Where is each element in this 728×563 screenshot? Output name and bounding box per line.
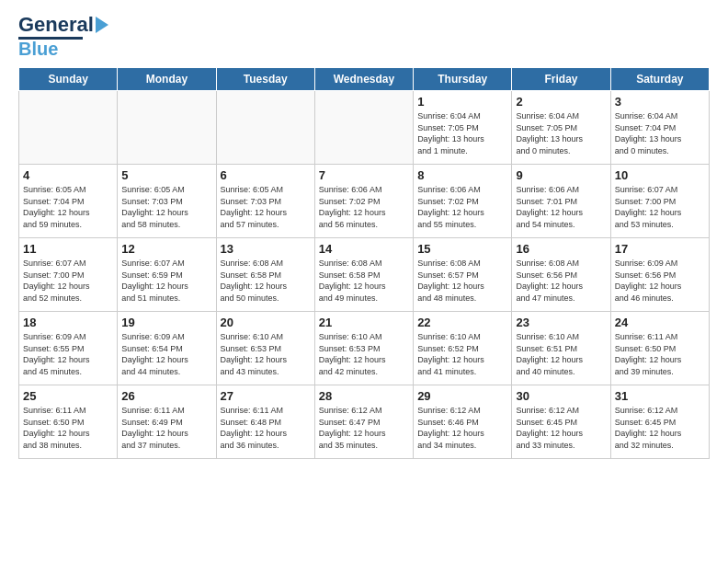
day-number: 15 [417,242,507,256]
day-info: Sunrise: 6:12 AM Sunset: 6:47 PM Dayligh… [319,405,409,451]
week-row-3: 18Sunrise: 6:09 AM Sunset: 6:55 PM Dayli… [19,312,710,385]
calendar-cell: 23Sunrise: 6:10 AM Sunset: 6:51 PM Dayli… [512,312,610,385]
logo-blue: Blue [18,40,58,58]
day-number: 4 [23,168,113,182]
weekday-monday: Monday [118,68,216,91]
calendar-cell: 28Sunrise: 6:12 AM Sunset: 6:47 PM Dayli… [314,385,413,459]
calendar-cell: 21Sunrise: 6:10 AM Sunset: 6:53 PM Dayli… [314,312,413,385]
calendar-cell: 16Sunrise: 6:08 AM Sunset: 6:56 PM Dayli… [512,238,610,312]
day-info: Sunrise: 6:12 AM Sunset: 6:45 PM Dayligh… [615,405,705,451]
week-row-0: 1Sunrise: 6:04 AM Sunset: 7:05 PM Daylig… [19,91,710,165]
day-number: 3 [615,95,705,109]
calendar-cell: 27Sunrise: 6:11 AM Sunset: 6:48 PM Dayli… [216,385,314,459]
calendar-cell: 26Sunrise: 6:11 AM Sunset: 6:49 PM Dayli… [118,385,216,459]
day-info: Sunrise: 6:09 AM Sunset: 6:55 PM Dayligh… [23,331,113,377]
calendar-cell: 13Sunrise: 6:08 AM Sunset: 6:58 PM Dayli… [216,238,314,312]
week-row-1: 4Sunrise: 6:05 AM Sunset: 7:04 PM Daylig… [19,165,710,238]
day-number: 8 [417,168,507,182]
day-number: 30 [516,389,606,403]
calendar-cell: 1Sunrise: 6:04 AM Sunset: 7:05 PM Daylig… [414,91,512,165]
week-row-2: 11Sunrise: 6:07 AM Sunset: 7:00 PM Dayli… [19,238,710,312]
calendar-cell: 5Sunrise: 6:05 AM Sunset: 7:03 PM Daylig… [118,165,216,238]
weekday-saturday: Saturday [610,68,709,91]
day-info: Sunrise: 6:08 AM Sunset: 6:56 PM Dayligh… [516,258,606,304]
day-info: Sunrise: 6:04 AM Sunset: 7:05 PM Dayligh… [417,110,507,156]
weekday-wednesday: Wednesday [314,68,413,91]
day-info: Sunrise: 6:05 AM Sunset: 7:04 PM Dayligh… [23,184,113,230]
day-number: 27 [221,389,311,403]
day-info: Sunrise: 6:07 AM Sunset: 7:00 PM Dayligh… [23,258,113,304]
day-info: Sunrise: 6:12 AM Sunset: 6:46 PM Dayligh… [417,405,507,451]
day-info: Sunrise: 6:07 AM Sunset: 7:00 PM Dayligh… [615,184,705,230]
calendar-cell [19,91,118,165]
weekday-sunday: Sunday [19,68,118,91]
day-info: Sunrise: 6:11 AM Sunset: 6:49 PM Dayligh… [121,405,211,451]
weekday-header-row: SundayMondayTuesdayWednesdayThursdayFrid… [19,68,710,91]
calendar-cell: 22Sunrise: 6:10 AM Sunset: 6:52 PM Dayli… [414,312,512,385]
day-info: Sunrise: 6:06 AM Sunset: 7:02 PM Dayligh… [319,184,409,230]
day-number: 17 [615,242,705,256]
calendar-cell: 18Sunrise: 6:09 AM Sunset: 6:55 PM Dayli… [19,312,118,385]
day-number: 18 [23,316,113,329]
day-number: 22 [417,316,507,329]
day-info: Sunrise: 6:09 AM Sunset: 6:56 PM Dayligh… [615,258,705,304]
day-info: Sunrise: 6:06 AM Sunset: 7:01 PM Dayligh… [516,184,606,230]
logo-general: General [18,15,94,35]
calendar-cell: 6Sunrise: 6:05 AM Sunset: 7:03 PM Daylig… [216,165,314,238]
day-number: 6 [221,168,311,182]
day-info: Sunrise: 6:11 AM Sunset: 6:50 PM Dayligh… [23,405,113,451]
day-info: Sunrise: 6:10 AM Sunset: 6:51 PM Dayligh… [516,331,606,377]
day-number: 28 [319,389,409,403]
day-info: Sunrise: 6:09 AM Sunset: 6:54 PM Dayligh… [121,331,211,377]
calendar-cell: 19Sunrise: 6:09 AM Sunset: 6:54 PM Dayli… [118,312,216,385]
day-number: 16 [516,242,606,256]
day-info: Sunrise: 6:05 AM Sunset: 7:03 PM Dayligh… [121,184,211,230]
day-info: Sunrise: 6:10 AM Sunset: 6:53 PM Dayligh… [319,331,409,377]
page: General Blue SundayMondayTuesdayWednesda… [0,0,728,468]
calendar-cell: 29Sunrise: 6:12 AM Sunset: 6:46 PM Dayli… [414,385,512,459]
day-number: 29 [417,389,507,403]
calendar-cell: 31Sunrise: 6:12 AM Sunset: 6:45 PM Dayli… [610,385,709,459]
day-info: Sunrise: 6:05 AM Sunset: 7:03 PM Dayligh… [221,184,311,230]
calendar-cell: 4Sunrise: 6:05 AM Sunset: 7:04 PM Daylig… [19,165,118,238]
day-number: 26 [121,389,211,403]
day-number: 24 [615,316,705,329]
day-number: 31 [615,389,705,403]
calendar-cell [314,91,413,165]
logo-arrow-icon [96,17,108,33]
day-number: 14 [319,242,409,256]
day-info: Sunrise: 6:07 AM Sunset: 6:59 PM Dayligh… [121,258,211,304]
calendar-cell [118,91,216,165]
header: General Blue [18,15,710,58]
day-number: 5 [121,168,211,182]
logo: General Blue [18,15,108,58]
calendar-cell: 24Sunrise: 6:11 AM Sunset: 6:50 PM Dayli… [610,312,709,385]
day-number: 25 [23,389,113,403]
weekday-friday: Friday [512,68,610,91]
day-number: 23 [516,316,606,329]
day-info: Sunrise: 6:08 AM Sunset: 6:58 PM Dayligh… [221,258,311,304]
calendar-cell: 12Sunrise: 6:07 AM Sunset: 6:59 PM Dayli… [118,238,216,312]
week-row-4: 25Sunrise: 6:11 AM Sunset: 6:50 PM Dayli… [19,385,710,459]
day-info: Sunrise: 6:12 AM Sunset: 6:45 PM Dayligh… [516,405,606,451]
calendar-cell [216,91,314,165]
day-number: 21 [319,316,409,329]
day-info: Sunrise: 6:08 AM Sunset: 6:58 PM Dayligh… [319,258,409,304]
weekday-tuesday: Tuesday [216,68,314,91]
calendar-cell: 20Sunrise: 6:10 AM Sunset: 6:53 PM Dayli… [216,312,314,385]
day-number: 1 [417,95,507,109]
day-number: 12 [121,242,211,256]
day-info: Sunrise: 6:08 AM Sunset: 6:57 PM Dayligh… [417,258,507,304]
day-info: Sunrise: 6:10 AM Sunset: 6:53 PM Dayligh… [221,331,311,377]
calendar-cell: 8Sunrise: 6:06 AM Sunset: 7:02 PM Daylig… [414,165,512,238]
day-info: Sunrise: 6:11 AM Sunset: 6:50 PM Dayligh… [615,331,705,377]
calendar-cell: 10Sunrise: 6:07 AM Sunset: 7:00 PM Dayli… [610,165,709,238]
day-info: Sunrise: 6:10 AM Sunset: 6:52 PM Dayligh… [417,331,507,377]
calendar-cell: 17Sunrise: 6:09 AM Sunset: 6:56 PM Dayli… [610,238,709,312]
day-info: Sunrise: 6:04 AM Sunset: 7:05 PM Dayligh… [516,110,606,156]
day-number: 7 [319,168,409,182]
day-info: Sunrise: 6:06 AM Sunset: 7:02 PM Dayligh… [417,184,507,230]
calendar-cell: 30Sunrise: 6:12 AM Sunset: 6:45 PM Dayli… [512,385,610,459]
calendar: SundayMondayTuesdayWednesdayThursdayFrid… [18,67,710,459]
day-info: Sunrise: 6:04 AM Sunset: 7:04 PM Dayligh… [615,110,705,156]
